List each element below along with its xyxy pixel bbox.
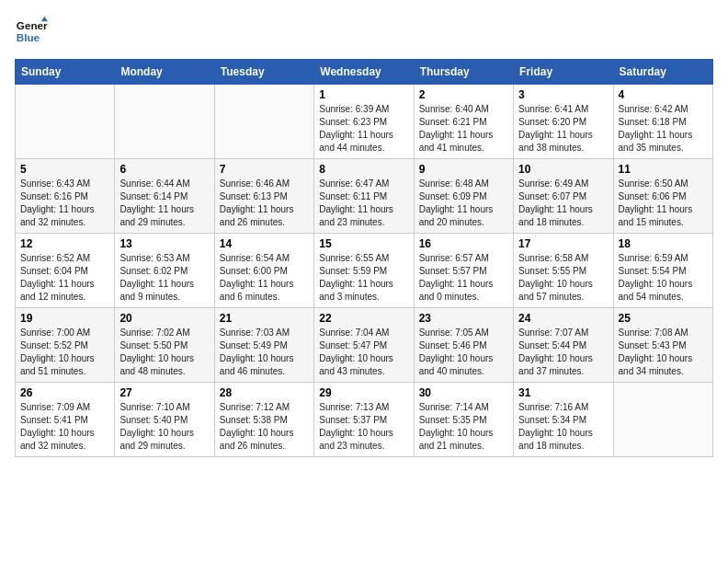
day-number: 11 [619, 163, 708, 176]
day-info: Sunrise: 7:02 AM Sunset: 5:50 PM Dayligh… [119, 327, 209, 378]
day-cell: 5Sunrise: 6:43 AM Sunset: 6:16 PM Daylig… [16, 159, 115, 234]
day-info: Sunrise: 7:08 AM Sunset: 5:43 PM Dayligh… [619, 327, 708, 378]
day-cell: 7Sunrise: 6:46 AM Sunset: 6:13 PM Daylig… [214, 159, 313, 234]
col-header-monday: Monday [115, 60, 214, 85]
day-cell: 28Sunrise: 7:12 AM Sunset: 5:38 PM Dayli… [214, 383, 313, 457]
day-cell: 14Sunrise: 6:54 AM Sunset: 6:00 PM Dayli… [214, 234, 313, 308]
day-number: 8 [319, 163, 408, 176]
col-header-saturday: Saturday [613, 60, 712, 85]
day-info: Sunrise: 7:09 AM Sunset: 5:41 PM Dayligh… [20, 401, 109, 453]
day-cell: 3Sunrise: 6:41 AM Sunset: 6:20 PM Daylig… [514, 85, 613, 159]
day-info: Sunrise: 6:40 AM Sunset: 6:21 PM Dayligh… [419, 103, 508, 155]
col-header-friday: Friday [514, 60, 613, 85]
logo: General Blue [15, 15, 48, 48]
day-number: 13 [119, 237, 209, 250]
day-cell: 11Sunrise: 6:50 AM Sunset: 6:06 PM Dayli… [613, 159, 712, 234]
col-header-wednesday: Wednesday [314, 60, 414, 85]
day-cell [613, 383, 712, 457]
day-number: 1 [319, 88, 408, 101]
week-row-3: 12Sunrise: 6:52 AM Sunset: 6:04 PM Dayli… [16, 234, 713, 308]
day-info: Sunrise: 6:55 AM Sunset: 5:59 PM Dayligh… [319, 252, 408, 304]
day-info: Sunrise: 6:49 AM Sunset: 6:07 PM Dayligh… [518, 178, 608, 229]
day-number: 4 [619, 88, 708, 101]
day-info: Sunrise: 7:13 AM Sunset: 5:37 PM Dayligh… [319, 401, 408, 453]
day-number: 10 [518, 163, 608, 176]
header-row: SundayMondayTuesdayWednesdayThursdayFrid… [16, 60, 713, 85]
day-number: 16 [419, 237, 508, 250]
day-cell [16, 85, 115, 159]
day-info: Sunrise: 6:52 AM Sunset: 6:04 PM Dayligh… [20, 252, 109, 304]
week-row-5: 26Sunrise: 7:09 AM Sunset: 5:41 PM Dayli… [16, 383, 713, 457]
day-number: 9 [419, 163, 508, 176]
day-cell: 13Sunrise: 6:53 AM Sunset: 6:02 PM Dayli… [115, 234, 214, 308]
day-info: Sunrise: 6:58 AM Sunset: 5:55 PM Dayligh… [518, 252, 608, 304]
day-info: Sunrise: 6:44 AM Sunset: 6:14 PM Dayligh… [119, 178, 209, 229]
day-cell: 16Sunrise: 6:57 AM Sunset: 5:57 PM Dayli… [414, 234, 513, 308]
day-number: 20 [119, 312, 209, 325]
day-number: 21 [220, 312, 309, 325]
day-number: 25 [619, 312, 708, 325]
day-cell: 26Sunrise: 7:09 AM Sunset: 5:41 PM Dayli… [16, 383, 115, 457]
day-info: Sunrise: 6:57 AM Sunset: 5:57 PM Dayligh… [419, 252, 508, 304]
day-number: 26 [20, 386, 109, 399]
day-info: Sunrise: 6:48 AM Sunset: 6:09 PM Dayligh… [419, 178, 508, 229]
day-cell: 9Sunrise: 6:48 AM Sunset: 6:09 PM Daylig… [414, 159, 513, 234]
page-header: General Blue [15, 15, 713, 48]
day-info: Sunrise: 7:00 AM Sunset: 5:52 PM Dayligh… [20, 327, 109, 378]
day-number: 30 [419, 386, 508, 399]
day-cell: 12Sunrise: 6:52 AM Sunset: 6:04 PM Dayli… [16, 234, 115, 308]
day-info: Sunrise: 6:42 AM Sunset: 6:18 PM Dayligh… [619, 103, 708, 155]
day-cell: 30Sunrise: 7:14 AM Sunset: 5:35 PM Dayli… [414, 383, 513, 457]
logo-icon: General Blue [15, 15, 48, 48]
day-cell: 6Sunrise: 6:44 AM Sunset: 6:14 PM Daylig… [115, 159, 214, 234]
day-number: 6 [119, 163, 209, 176]
week-row-4: 19Sunrise: 7:00 AM Sunset: 5:52 PM Dayli… [16, 308, 713, 383]
day-cell: 24Sunrise: 7:07 AM Sunset: 5:44 PM Dayli… [514, 308, 613, 383]
day-info: Sunrise: 6:46 AM Sunset: 6:13 PM Dayligh… [220, 178, 309, 229]
day-cell: 17Sunrise: 6:58 AM Sunset: 5:55 PM Dayli… [514, 234, 613, 308]
day-number: 23 [419, 312, 508, 325]
day-number: 24 [518, 312, 608, 325]
day-info: Sunrise: 6:47 AM Sunset: 6:11 PM Dayligh… [319, 178, 408, 229]
day-number: 22 [319, 312, 408, 325]
day-info: Sunrise: 7:14 AM Sunset: 5:35 PM Dayligh… [419, 401, 508, 453]
day-cell [214, 85, 313, 159]
day-info: Sunrise: 6:41 AM Sunset: 6:20 PM Dayligh… [518, 103, 608, 155]
day-info: Sunrise: 7:07 AM Sunset: 5:44 PM Dayligh… [518, 327, 608, 378]
day-cell: 10Sunrise: 6:49 AM Sunset: 6:07 PM Dayli… [514, 159, 613, 234]
day-info: Sunrise: 6:54 AM Sunset: 6:00 PM Dayligh… [220, 252, 309, 304]
day-info: Sunrise: 7:04 AM Sunset: 5:47 PM Dayligh… [319, 327, 408, 378]
day-cell: 27Sunrise: 7:10 AM Sunset: 5:40 PM Dayli… [115, 383, 214, 457]
day-cell: 18Sunrise: 6:59 AM Sunset: 5:54 PM Dayli… [613, 234, 712, 308]
day-cell: 8Sunrise: 6:47 AM Sunset: 6:11 PM Daylig… [314, 159, 414, 234]
day-number: 18 [619, 237, 708, 250]
day-number: 27 [119, 386, 209, 399]
day-cell: 20Sunrise: 7:02 AM Sunset: 5:50 PM Dayli… [115, 308, 214, 383]
day-cell: 25Sunrise: 7:08 AM Sunset: 5:43 PM Dayli… [613, 308, 712, 383]
day-info: Sunrise: 7:12 AM Sunset: 5:38 PM Dayligh… [220, 401, 309, 453]
day-info: Sunrise: 7:10 AM Sunset: 5:40 PM Dayligh… [119, 401, 209, 453]
day-number: 29 [319, 386, 408, 399]
day-cell: 15Sunrise: 6:55 AM Sunset: 5:59 PM Dayli… [314, 234, 414, 308]
day-number: 19 [20, 312, 109, 325]
day-number: 2 [419, 88, 508, 101]
day-cell: 19Sunrise: 7:00 AM Sunset: 5:52 PM Dayli… [16, 308, 115, 383]
day-number: 7 [220, 163, 309, 176]
day-number: 5 [20, 163, 109, 176]
day-cell: 29Sunrise: 7:13 AM Sunset: 5:37 PM Dayli… [314, 383, 414, 457]
day-info: Sunrise: 7:03 AM Sunset: 5:49 PM Dayligh… [220, 327, 309, 378]
col-header-tuesday: Tuesday [214, 60, 313, 85]
day-number: 14 [220, 237, 309, 250]
day-cell: 23Sunrise: 7:05 AM Sunset: 5:46 PM Dayli… [414, 308, 513, 383]
day-info: Sunrise: 7:16 AM Sunset: 5:34 PM Dayligh… [518, 401, 608, 453]
day-info: Sunrise: 7:05 AM Sunset: 5:46 PM Dayligh… [419, 327, 508, 378]
day-number: 31 [518, 386, 608, 399]
day-info: Sunrise: 6:59 AM Sunset: 5:54 PM Dayligh… [619, 252, 708, 304]
day-cell: 4Sunrise: 6:42 AM Sunset: 6:18 PM Daylig… [613, 85, 712, 159]
day-cell: 31Sunrise: 7:16 AM Sunset: 5:34 PM Dayli… [514, 383, 613, 457]
day-number: 17 [518, 237, 608, 250]
day-cell: 21Sunrise: 7:03 AM Sunset: 5:49 PM Dayli… [214, 308, 313, 383]
day-info: Sunrise: 6:43 AM Sunset: 6:16 PM Dayligh… [20, 178, 109, 229]
week-row-1: 1Sunrise: 6:39 AM Sunset: 6:23 PM Daylig… [16, 85, 713, 159]
day-number: 28 [220, 386, 309, 399]
